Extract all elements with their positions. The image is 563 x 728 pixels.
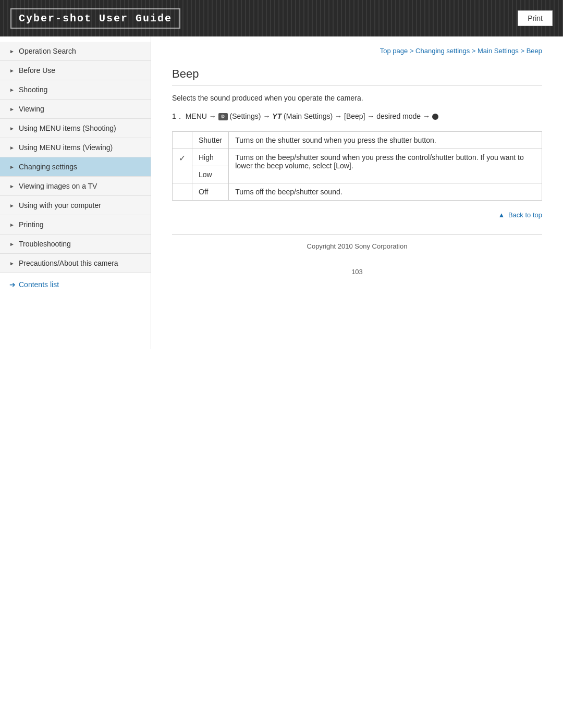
triangle-up-icon: ▲	[498, 211, 505, 219]
sidebar-item-using-computer[interactable]: ► Using with your computer	[0, 196, 151, 215]
table-row: Off Turns off the beep/shutter sound.	[173, 183, 542, 201]
sidebar-item-label: Viewing images on a TV	[19, 182, 97, 190]
sidebar-item-label: Shooting	[19, 85, 47, 94]
site-title: Cyber-shot User Guide	[10, 8, 180, 29]
sidebar-item-viewing[interactable]: ► Viewing	[0, 100, 151, 119]
breadcrumb-beep[interactable]: Beep	[527, 47, 542, 55]
sidebar-item-label: Using MENU items (Shooting)	[19, 124, 116, 132]
sidebar-item-before-use[interactable]: ► Before Use	[0, 61, 151, 80]
chevron-right-icon: ►	[9, 68, 15, 73]
sidebar-item-label: Changing settings	[19, 163, 77, 171]
sidebar-item-label: Viewing	[19, 105, 44, 113]
back-to-top-link[interactable]: Back to top	[508, 211, 542, 219]
sidebar-item-operation-search[interactable]: ► Operation Search	[0, 42, 151, 61]
table-cell-label: Off	[192, 183, 229, 201]
page-number: 103	[172, 257, 542, 281]
bullet-icon	[432, 114, 438, 120]
chevron-right-icon: ►	[9, 241, 15, 247]
table-cell-check	[173, 132, 192, 149]
sidebar-item-using-menu-viewing[interactable]: ► Using MENU items (Viewing)	[0, 138, 151, 157]
breadcrumb-separator: >	[410, 47, 415, 55]
chevron-right-icon: ►	[9, 183, 15, 189]
settings-icon: ⚙	[218, 113, 228, 120]
page-title-section: Beep	[172, 67, 542, 85]
chevron-right-icon: ►	[9, 203, 15, 208]
table-cell-desc: Turns on the beep/shutter sound when you…	[229, 149, 542, 183]
step-number: 1．	[172, 112, 183, 120]
chevron-right-icon: ►	[9, 261, 15, 266]
sidebar-item-troubleshooting[interactable]: ► Troubleshooting	[0, 235, 151, 254]
table-row: ✓ High Turns on the beep/shutter sound w…	[173, 149, 542, 166]
instruction-main-settings: (Main Settings) → [Beep] → desired mode …	[284, 112, 432, 120]
print-button[interactable]: Print	[518, 10, 553, 26]
sidebar-item-label: Using with your computer	[19, 201, 101, 209]
table-cell-check: ✓	[173, 149, 192, 183]
sidebar-item-viewing-on-tv[interactable]: ► Viewing images on a TV	[0, 177, 151, 196]
sidebar-item-using-menu-shooting[interactable]: ► Using MENU items (Shooting)	[0, 119, 151, 138]
checkmark-icon: ✓	[179, 154, 186, 163]
breadcrumb-separator: >	[520, 47, 526, 55]
sidebar-item-label: Using MENU items (Viewing)	[19, 143, 113, 152]
breadcrumb-separator: >	[472, 47, 478, 55]
instruction-settings: (Settings) →	[230, 112, 273, 120]
page-body: ► Operation Search ► Before Use ► Shooti…	[0, 36, 563, 349]
back-to-top-section: ▲ Back to top	[172, 211, 542, 219]
instruction-block: 1． MENU → ⚙ (Settings) → YT (Main Settin…	[172, 110, 542, 122]
sidebar-item-label: Troubleshooting	[19, 240, 71, 248]
sidebar-footer: ➔ Contents list	[0, 273, 151, 296]
arrow-icon: →	[209, 112, 218, 120]
footer: Copyright 2010 Sony Corporation	[172, 235, 542, 257]
table-row: Shutter Turns on the shutter sound when …	[173, 132, 542, 149]
chevron-right-icon: ►	[9, 222, 15, 228]
chevron-right-icon: ►	[9, 126, 15, 131]
page-title: Beep	[172, 67, 542, 81]
chevron-right-icon: ►	[9, 145, 15, 151]
table-cell-label: High	[192, 149, 229, 166]
table-cell-label: Shutter	[192, 132, 229, 149]
sidebar: ► Operation Search ► Before Use ► Shooti…	[0, 36, 151, 349]
chevron-right-icon: ►	[9, 87, 15, 93]
contents-list-link[interactable]: Contents list	[19, 280, 59, 289]
chevron-right-icon: ►	[9, 164, 15, 170]
chevron-right-icon: ►	[9, 48, 15, 54]
sidebar-item-label: Precautions/About this camera	[19, 259, 118, 267]
table-cell-label: Low	[192, 166, 229, 183]
sidebar-item-label: Operation Search	[19, 47, 76, 55]
breadcrumb-changing-settings[interactable]: Changing settings	[415, 47, 470, 55]
sidebar-item-printing[interactable]: ► Printing	[0, 215, 151, 235]
arrow-right-icon: ➔	[9, 280, 16, 289]
copyright-text: Copyright 2010 Sony Corporation	[307, 242, 408, 250]
table-cell-desc: Turns off the beep/shutter sound.	[229, 183, 542, 201]
sidebar-item-label: Printing	[19, 220, 43, 229]
sidebar-item-label: Before Use	[19, 66, 55, 75]
header: Cyber-shot User Guide Print	[0, 0, 563, 36]
breadcrumb-main-settings[interactable]: Main Settings	[478, 47, 519, 55]
beep-settings-table: Shutter Turns on the shutter sound when …	[172, 131, 542, 201]
sidebar-item-precautions[interactable]: ► Precautions/About this camera	[0, 254, 151, 273]
table-cell-check	[173, 183, 192, 201]
page-description: Selects the sound produced when you oper…	[172, 94, 542, 102]
breadcrumb: Top page > Changing settings > Main Sett…	[172, 42, 542, 62]
table-cell-desc: Turns on the shutter sound when you pres…	[229, 132, 542, 149]
instruction-menu: MENU	[186, 112, 207, 120]
sidebar-item-shooting[interactable]: ► Shooting	[0, 80, 151, 100]
sidebar-item-changing-settings[interactable]: ► Changing settings	[0, 157, 151, 177]
main-content: Top page > Changing settings > Main Sett…	[151, 36, 563, 297]
main-settings-icon: YT	[272, 112, 282, 120]
breadcrumb-top-page[interactable]: Top page	[380, 47, 408, 55]
chevron-right-icon: ►	[9, 106, 15, 112]
